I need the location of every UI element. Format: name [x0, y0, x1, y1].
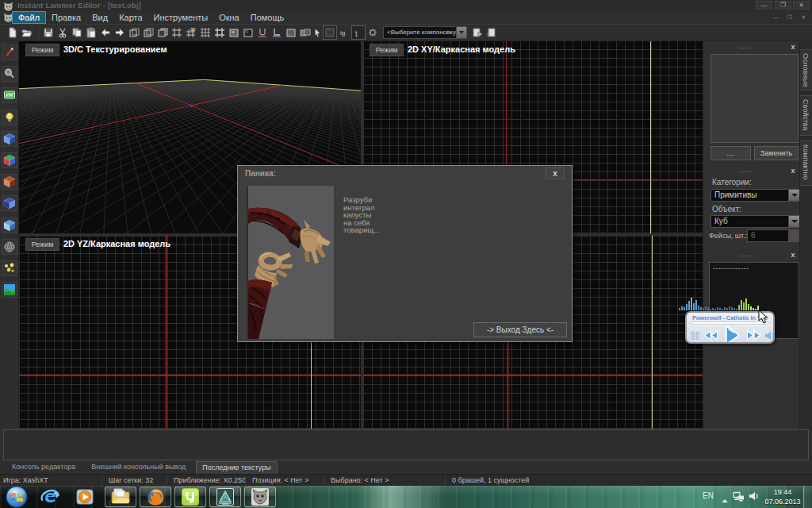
play-button[interactable] — [722, 325, 742, 344]
network-icon[interactable] — [733, 491, 745, 506]
arrow-right-button[interactable] — [113, 25, 127, 40]
dialog-close-button[interactable]: x — [546, 167, 565, 179]
new-file-button[interactable] — [6, 25, 20, 40]
replace-button[interactable]: Заменить — [754, 146, 799, 160]
taskbar-catface[interactable] — [244, 487, 276, 507]
rewind-button[interactable] — [702, 329, 719, 341]
save-button[interactable] — [41, 25, 56, 40]
dialog-exit-button[interactable]: -> Выход Здесь <- — [473, 322, 567, 337]
cube-dark-button[interactable] — [141, 25, 155, 40]
magnifier-tool-button[interactable] — [2, 66, 17, 82]
bulb-tool-button[interactable] — [2, 110, 17, 125]
menu-Инструменты[interactable]: Инструменты — [148, 11, 214, 24]
taskbar-start-orb[interactable] — [3, 487, 30, 507]
menu-Файл[interactable]: Файл — [12, 11, 46, 24]
cube-navy-tool-button[interactable] — [2, 195, 17, 211]
box-texture-button[interactable] — [227, 25, 241, 40]
taskbar-modelapp[interactable]: MRE — [209, 487, 241, 507]
tray-chevron-up-icon[interactable] — [720, 494, 730, 508]
taskbar-wmp[interactable] — [71, 487, 98, 507]
cube-solid-button[interactable] — [155, 25, 170, 40]
sphere-wire-tool-button[interactable] — [2, 239, 17, 255]
mdi-restore-button[interactable]: ❐ — [784, 13, 795, 22]
restore-button[interactable]: ❐ — [775, 1, 791, 10]
dock-close-icon[interactable]: x — [789, 44, 797, 52]
menu-Правка[interactable]: Правка — [46, 11, 86, 24]
console-tab-Внешний консольный вывод[interactable]: Внешний консольный вывод — [86, 461, 191, 474]
cube-sky-tool-button[interactable] — [2, 217, 17, 233]
dock-grip[interactable]: —— — [703, 44, 790, 51]
dock-close-icon[interactable]: x — [789, 167, 797, 175]
menu-Окна[interactable]: Окна — [213, 11, 245, 24]
player-volume-button[interactable] — [764, 330, 775, 341]
toggle-t-button[interactable]: ț — [351, 25, 366, 40]
screen-tool-button[interactable] — [2, 87, 17, 103]
cube-rgb-tool-button[interactable] — [2, 152, 17, 168]
panel-tab-Основные[interactable]: Основные — [800, 49, 812, 90]
sheet-s-button[interactable]: s — [485, 25, 499, 40]
mdi-minimize-button[interactable]: — — [771, 13, 781, 22]
sheet-fwd-button[interactable] — [470, 25, 485, 40]
pause-button[interactable] — [690, 330, 700, 341]
cube-red-tool-button[interactable] — [2, 174, 17, 190]
terrain-tool-button[interactable] — [2, 282, 17, 298]
cursor-small-button[interactable] — [312, 25, 323, 40]
paste-button[interactable] — [84, 25, 98, 40]
corner-button[interactable] — [270, 25, 284, 40]
browse-button[interactable]: .... — [710, 146, 751, 160]
tray-clock[interactable]: 19:44 07.06.2013 — [763, 487, 802, 506]
cube-blue-tool-button[interactable] — [2, 131, 17, 147]
toggle-dark-button[interactable] — [323, 25, 337, 40]
box-red-button[interactable] — [284, 25, 298, 40]
chevron-down-icon[interactable] — [456, 27, 466, 38]
open-folder-button[interactable] — [20, 25, 34, 40]
chevron-down-icon[interactable] — [788, 190, 799, 201]
spin-down-icon[interactable] — [789, 236, 799, 241]
taskbar-utorrent[interactable] — [174, 487, 206, 507]
box-dark-button[interactable] — [241, 25, 255, 40]
cube-wire-button[interactable] — [127, 25, 141, 40]
layout-combobox[interactable]: <Выберите компоновку — [383, 26, 467, 39]
copy-button[interactable] — [70, 25, 84, 40]
menu-Помощь[interactable]: Помощь — [245, 11, 290, 24]
chevron-down-icon[interactable] — [788, 216, 799, 227]
box-pair-button[interactable] — [298, 25, 312, 40]
taskbar-ie[interactable] — [36, 487, 63, 507]
grid-coarse-button[interactable] — [213, 25, 227, 40]
grid-axes-button[interactable] — [170, 25, 184, 40]
volume-icon[interactable] — [749, 491, 760, 505]
viewport-mode-tab-yz[interactable]: Режим — [25, 238, 59, 251]
console-tab-Консоль редактора[interactable]: Консоль редактора — [6, 461, 81, 474]
ig-label-button[interactable]: ig — [337, 25, 351, 40]
show-desktop-button[interactable] — [803, 486, 812, 508]
taskbar-firefox[interactable] — [140, 487, 171, 507]
mdi-close-button[interactable]: ✕ — [799, 13, 809, 22]
grid-fine-button[interactable] — [198, 25, 213, 40]
panel-tab-Свойства[interactable]: Свойства — [800, 95, 812, 137]
underline-button[interactable] — [255, 25, 270, 40]
object-combobox[interactable]: Куб — [710, 215, 800, 228]
gear-button[interactable] — [366, 25, 380, 40]
faces-spinbox[interactable]: 6 — [747, 229, 799, 242]
console-tab-Последние текстуры[interactable]: Последние текстуры — [196, 461, 277, 474]
dock-grip[interactable]: —— — [703, 167, 790, 175]
category-combobox[interactable]: Примитивы — [710, 189, 800, 202]
grid-3d-button[interactable]: 3D — [184, 25, 198, 40]
spin-up-icon[interactable] — [789, 230, 799, 236]
knife-tool-button[interactable] — [2, 44, 17, 60]
particles-tool-button[interactable] — [2, 260, 17, 276]
cut-button[interactable] — [56, 25, 70, 40]
panel-tab-Компактно[interactable]: Компактно — [800, 140, 812, 186]
menu-Карта[interactable]: Карта — [113, 11, 147, 24]
menu-Вид[interactable]: Вид — [86, 11, 113, 24]
viewport-mode-tab-xy[interactable]: Режим — [370, 44, 404, 56]
taskbar-explorer[interactable] — [105, 487, 136, 507]
dock-grip[interactable]: —— — [703, 252, 790, 259]
minimize-button[interactable]: — — [756, 1, 772, 10]
fast-forward-button[interactable] — [745, 329, 762, 341]
close-button[interactable]: ✕ — [793, 1, 810, 10]
arrow-left-button[interactable] — [98, 25, 113, 40]
viewport-mode-tab-3d[interactable]: Режим — [25, 44, 59, 56]
dock-close-icon[interactable]: x — [789, 252, 797, 260]
language-indicator[interactable]: EN — [703, 491, 714, 500]
